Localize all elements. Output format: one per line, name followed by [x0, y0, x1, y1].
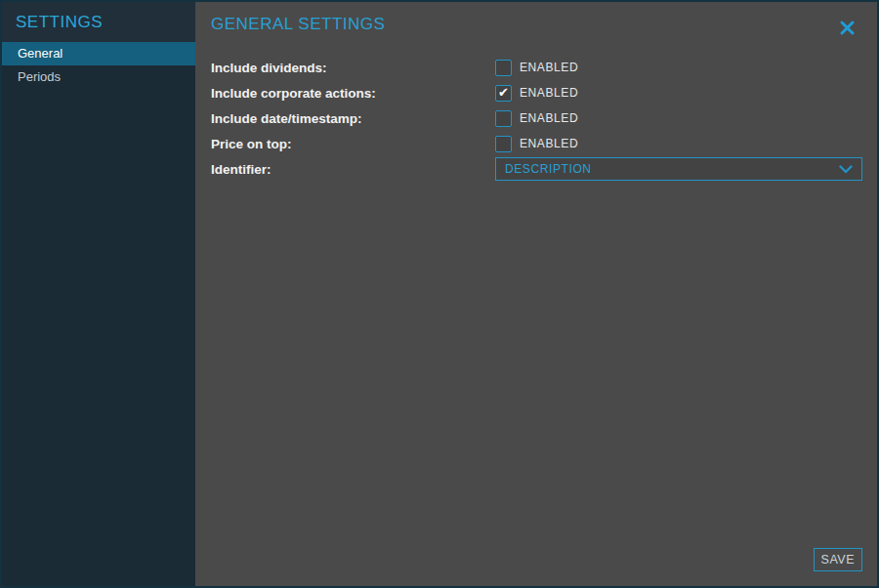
- checkbox-label: ENABLED: [520, 61, 578, 74]
- checkbox-include-dividends[interactable]: ✔: [495, 60, 512, 76]
- identifier-select-value: DESCRIPTION: [505, 162, 592, 176]
- setting-row-price-on-top: Price on top: ✔ ENABLED: [211, 131, 862, 156]
- checkbox-label: ENABLED: [520, 86, 578, 100]
- checkbox-include-date-timestamp[interactable]: ✔: [495, 110, 512, 127]
- setting-control: ✔ ENABLED: [495, 60, 862, 76]
- page-title: GENERAL SETTINGS: [211, 14, 862, 35]
- setting-row-include-date-timestamp: Include date/timestamp: ✔ ENABLED: [211, 105, 862, 131]
- save-button[interactable]: SAVE: [814, 548, 862, 571]
- setting-label: Include corporate actions:: [211, 86, 495, 101]
- setting-label: Price on top:: [211, 137, 495, 151]
- checkbox-include-corporate-actions[interactable]: ✔: [495, 85, 512, 102]
- setting-control: DESCRIPTION: [495, 157, 862, 181]
- sidebar-title: SETTINGS: [16, 13, 103, 32]
- settings-form: Include dividends: ✔ ENABLED Include cor…: [211, 55, 862, 182]
- sidebar-item-periods[interactable]: Periods: [2, 65, 195, 89]
- setting-row-include-dividends: Include dividends: ✔ ENABLED: [211, 55, 862, 80]
- checkbox-label: ENABLED: [520, 137, 578, 150]
- sidebar-header: SETTINGS: [2, 2, 195, 42]
- setting-control: ✔ ENABLED: [495, 110, 862, 127]
- settings-dialog: SETTINGS General Periods GENERAL SETTING…: [0, 0, 879, 588]
- checkbox-label: ENABLED: [520, 111, 578, 125]
- sidebar-item-general[interactable]: General: [2, 42, 195, 65]
- checkbox-price-on-top[interactable]: ✔: [495, 136, 512, 152]
- check-icon: ✔: [498, 86, 509, 99]
- setting-row-include-corporate-actions: Include corporate actions: ✔ ENABLED: [211, 80, 862, 105]
- close-icon: [839, 20, 856, 36]
- setting-control: ✔ ENABLED: [495, 136, 862, 152]
- close-button[interactable]: [838, 19, 856, 36]
- sidebar: SETTINGS General Periods: [2, 2, 195, 586]
- identifier-select[interactable]: DESCRIPTION: [495, 157, 862, 181]
- chevron-down-icon: [839, 165, 853, 174]
- setting-label: Include dividends:: [211, 61, 495, 75]
- setting-control: ✔ ENABLED: [495, 85, 862, 102]
- main-panel: GENERAL SETTINGS Include dividends: ✔ EN…: [195, 2, 877, 586]
- setting-label: Include date/timestamp:: [211, 111, 495, 126]
- setting-label: Identifier:: [211, 162, 495, 177]
- setting-row-identifier: Identifier: DESCRIPTION: [211, 156, 862, 182]
